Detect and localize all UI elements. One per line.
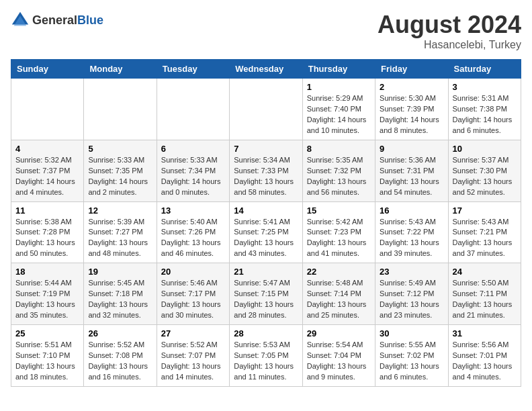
day-number: 13 [161,205,225,216]
calendar-week-row: 1Sunrise: 5:29 AM Sunset: 7:40 PM Daylig… [11,79,521,140]
day-number: 5 [88,144,152,154]
calendar-day-cell: 25Sunrise: 5:51 AM Sunset: 7:10 PM Dayli… [11,325,84,387]
day-number: 10 [453,144,517,154]
day-info: Sunrise: 5:55 AM Sunset: 7:02 PM Dayligh… [380,340,443,383]
logo-text: GeneralBlue [32,13,103,28]
calendar-day-cell: 30Sunrise: 5:55 AM Sunset: 7:02 PM Dayli… [375,325,448,387]
day-number: 30 [380,328,443,338]
calendar-day-cell [11,79,84,140]
calendar-day-cell: 29Sunrise: 5:54 AM Sunset: 7:04 PM Dayli… [302,325,375,387]
day-info: Sunrise: 5:40 AM Sunset: 7:26 PM Dayligh… [161,217,225,260]
day-info: Sunrise: 5:44 AM Sunset: 7:19 PM Dayligh… [15,278,79,321]
day-number: 7 [234,144,298,154]
day-info: Sunrise: 5:39 AM Sunset: 7:27 PM Dayligh… [88,217,152,260]
day-number: 15 [307,205,371,216]
day-number: 6 [161,144,225,154]
calendar-day-cell: 26Sunrise: 5:52 AM Sunset: 7:08 PM Dayli… [84,325,157,387]
day-info: Sunrise: 5:35 AM Sunset: 7:32 PM Dayligh… [307,155,371,198]
day-of-week-header: Friday [375,60,448,79]
day-number: 19 [88,267,152,277]
day-info: Sunrise: 5:38 AM Sunset: 7:28 PM Dayligh… [15,217,79,260]
calendar-day-cell: 6Sunrise: 5:33 AM Sunset: 7:34 PM Daylig… [157,140,229,201]
calendar-body: 1Sunrise: 5:29 AM Sunset: 7:40 PM Daylig… [11,79,521,387]
day-number: 9 [380,144,443,154]
day-of-week-header: Thursday [302,60,375,79]
month-year: August 2024 [378,11,521,39]
calendar-day-cell: 15Sunrise: 5:42 AM Sunset: 7:23 PM Dayli… [302,201,375,263]
day-number: 17 [453,205,517,216]
day-number: 23 [380,267,443,277]
day-number: 29 [307,328,371,338]
location: Hasancelebi, Turkey [378,39,521,51]
day-of-week-header: Sunday [11,60,84,79]
calendar-day-cell: 27Sunrise: 5:52 AM Sunset: 7:07 PM Dayli… [157,325,229,387]
day-of-week-header: Monday [84,60,157,79]
calendar-day-cell: 22Sunrise: 5:48 AM Sunset: 7:14 PM Dayli… [302,263,375,325]
calendar-day-cell: 2Sunrise: 5:30 AM Sunset: 7:39 PM Daylig… [375,79,448,140]
calendar-day-cell: 10Sunrise: 5:37 AM Sunset: 7:30 PM Dayli… [448,140,521,201]
day-info: Sunrise: 5:41 AM Sunset: 7:25 PM Dayligh… [234,217,298,260]
calendar-day-cell: 18Sunrise: 5:44 AM Sunset: 7:19 PM Dayli… [11,263,84,325]
day-info: Sunrise: 5:31 AM Sunset: 7:38 PM Dayligh… [453,93,517,136]
logo-icon [11,11,30,30]
day-of-week-header: Wednesday [230,60,302,79]
calendar-day-cell: 8Sunrise: 5:35 AM Sunset: 7:32 PM Daylig… [302,140,375,201]
day-number: 8 [307,144,371,154]
logo-general: General [32,13,77,27]
calendar-day-cell: 31Sunrise: 5:56 AM Sunset: 7:01 PM Dayli… [448,325,521,387]
day-number: 18 [15,267,79,277]
day-number: 20 [161,267,225,277]
day-info: Sunrise: 5:51 AM Sunset: 7:10 PM Dayligh… [15,340,79,383]
calendar-day-cell: 14Sunrise: 5:41 AM Sunset: 7:25 PM Dayli… [230,201,302,263]
calendar-week-row: 25Sunrise: 5:51 AM Sunset: 7:10 PM Dayli… [11,325,521,387]
day-number: 1 [307,82,371,92]
calendar-day-cell: 12Sunrise: 5:39 AM Sunset: 7:27 PM Dayli… [84,201,157,263]
day-info: Sunrise: 5:43 AM Sunset: 7:21 PM Dayligh… [453,217,517,260]
day-number: 25 [15,328,79,338]
calendar-day-cell: 20Sunrise: 5:46 AM Sunset: 7:17 PM Dayli… [157,263,229,325]
day-info: Sunrise: 5:30 AM Sunset: 7:39 PM Dayligh… [380,93,443,136]
calendar-day-cell [230,79,302,140]
day-number: 2 [380,82,443,92]
calendar-day-cell [84,79,157,140]
calendar-day-cell: 24Sunrise: 5:50 AM Sunset: 7:11 PM Dayli… [448,263,521,325]
day-number: 12 [88,205,152,216]
day-number: 4 [15,144,79,154]
day-info: Sunrise: 5:54 AM Sunset: 7:04 PM Dayligh… [307,340,371,383]
calendar-day-cell: 7Sunrise: 5:34 AM Sunset: 7:33 PM Daylig… [230,140,302,201]
day-number: 16 [380,205,443,216]
day-number: 31 [453,328,517,338]
day-number: 11 [15,205,79,216]
day-number: 28 [234,328,298,338]
calendar-day-cell: 4Sunrise: 5:32 AM Sunset: 7:37 PM Daylig… [11,140,84,201]
day-info: Sunrise: 5:36 AM Sunset: 7:31 PM Dayligh… [380,155,443,198]
day-number: 21 [234,267,298,277]
calendar-week-row: 4Sunrise: 5:32 AM Sunset: 7:37 PM Daylig… [11,140,521,201]
day-of-week-header: Saturday [448,60,521,79]
day-info: Sunrise: 5:49 AM Sunset: 7:12 PM Dayligh… [380,278,443,321]
title-area: August 2024 Hasancelebi, Turkey [378,11,521,51]
day-info: Sunrise: 5:48 AM Sunset: 7:14 PM Dayligh… [307,278,371,321]
day-info: Sunrise: 5:37 AM Sunset: 7:30 PM Dayligh… [453,155,517,198]
calendar-day-cell: 9Sunrise: 5:36 AM Sunset: 7:31 PM Daylig… [375,140,448,201]
calendar-day-cell: 5Sunrise: 5:33 AM Sunset: 7:35 PM Daylig… [84,140,157,201]
day-number: 27 [161,328,225,338]
calendar-week-row: 11Sunrise: 5:38 AM Sunset: 7:28 PM Dayli… [11,201,521,263]
day-info: Sunrise: 5:42 AM Sunset: 7:23 PM Dayligh… [307,217,371,260]
day-info: Sunrise: 5:34 AM Sunset: 7:33 PM Dayligh… [234,155,298,198]
calendar-day-cell [157,79,229,140]
day-number: 3 [453,82,517,92]
day-info: Sunrise: 5:45 AM Sunset: 7:18 PM Dayligh… [88,278,152,321]
day-info: Sunrise: 5:33 AM Sunset: 7:35 PM Dayligh… [88,155,152,198]
day-number: 22 [307,267,371,277]
day-number: 24 [453,267,517,277]
day-info: Sunrise: 5:46 AM Sunset: 7:17 PM Dayligh… [161,278,225,321]
calendar-day-cell: 13Sunrise: 5:40 AM Sunset: 7:26 PM Dayli… [157,201,229,263]
calendar-day-cell: 21Sunrise: 5:47 AM Sunset: 7:15 PM Dayli… [230,263,302,325]
day-info: Sunrise: 5:33 AM Sunset: 7:34 PM Dayligh… [161,155,225,198]
logo: GeneralBlue [11,11,103,30]
day-info: Sunrise: 5:53 AM Sunset: 7:05 PM Dayligh… [234,340,298,383]
day-info: Sunrise: 5:50 AM Sunset: 7:11 PM Dayligh… [453,278,517,321]
logo-blue: Blue [77,13,103,27]
day-number: 14 [234,205,298,216]
